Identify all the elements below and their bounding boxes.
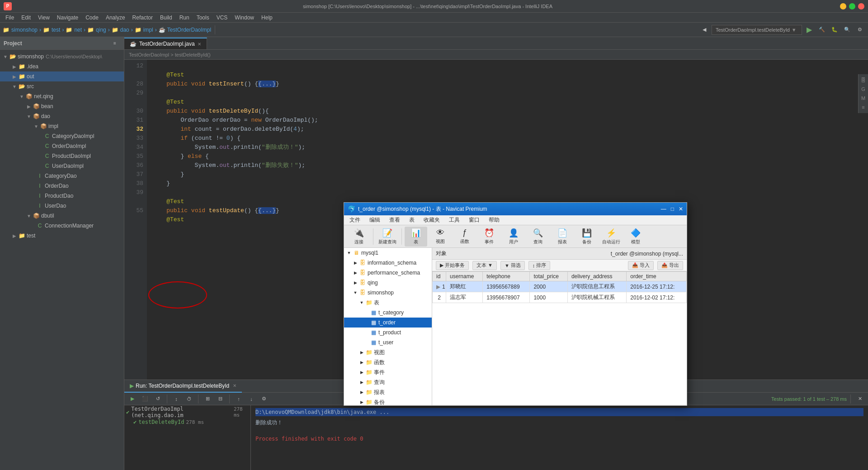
nav-menu-edit[interactable]: 编辑: [366, 215, 384, 225]
minimize-button[interactable]: [840, 3, 846, 9]
nav-connect-button[interactable]: 🔌 连接: [348, 227, 370, 247]
nav-tree-funcs[interactable]: ▶ 📁 函数: [344, 357, 432, 367]
tree-orderdao[interactable]: I OrderDao: [0, 181, 124, 191]
menu-edit[interactable]: Edit: [18, 14, 34, 22]
close-run-button[interactable]: ✕: [854, 394, 865, 404]
nav-menu-view[interactable]: 查看: [386, 215, 404, 225]
nav-backup-button[interactable]: 💾 备份: [576, 227, 598, 247]
tree-orderdaoimpl[interactable]: C OrderDaoImpl: [0, 141, 124, 151]
tree-src[interactable]: ▼ 📂 src: [0, 81, 124, 91]
expand-all-button[interactable]: ⊞: [202, 394, 213, 404]
back-button[interactable]: ◀: [699, 24, 710, 35]
menu-navigate[interactable]: Navigate: [53, 14, 82, 22]
nav-tree-torder[interactable]: ▦ t_order: [344, 318, 432, 328]
nav-tree-simonshop[interactable]: ▼ 🗄 simonshop: [344, 288, 432, 298]
event-log-button[interactable]: ≡: [859, 103, 868, 111]
database-button[interactable]: 🗄: [859, 76, 868, 84]
nav-user-button[interactable]: 👤 用户: [502, 227, 525, 247]
debug-button[interactable]: 🐛: [829, 24, 840, 35]
tab-close-button[interactable]: ✕: [198, 42, 201, 47]
nav-menu-favorites[interactable]: 收藏夹: [420, 215, 443, 225]
import-button[interactable]: 📥 导入: [628, 261, 654, 270]
table-row[interactable]: ▶1 郑晓红 13956567889 2000 沪职院信息工程系 2016-12…: [433, 281, 687, 292]
close-button[interactable]: [858, 3, 864, 9]
crumb-file[interactable]: TestOrderDaoImpl: [167, 27, 211, 33]
nav-event-button[interactable]: ⏰ 事件: [478, 227, 500, 247]
menu-build[interactable]: Build: [156, 14, 176, 22]
tree-test[interactable]: ▶ 📁 test: [0, 231, 124, 241]
editor-tab-main[interactable]: ☕ TestOrderDaoImpl.java ✕: [124, 38, 207, 49]
tree-idea[interactable]: ▶ 📁 .idea: [0, 62, 124, 71]
nav-model-button[interactable]: 🔷 模型: [624, 227, 647, 247]
tree-categorydaoimpl[interactable]: C CategoryDaoImpl: [0, 131, 124, 141]
nav-tree-tcategory[interactable]: ▦ t_category: [344, 308, 432, 318]
col-total-price[interactable]: total_price: [530, 272, 567, 281]
menu-analyze[interactable]: Analyze: [102, 14, 129, 22]
sidebar-menu-button[interactable]: ≡: [109, 39, 120, 48]
nav-newquery-button[interactable]: 📝 新建查询: [376, 227, 399, 247]
crumb-dao[interactable]: dao: [120, 27, 129, 33]
menu-code[interactable]: Code: [82, 14, 102, 22]
sort-dur-button[interactable]: ⏱: [184, 394, 194, 404]
tree-simonshop[interactable]: ▼ 📂 simonshop C:\Users\lenovo\Desktop\: [0, 52, 124, 62]
nav-autorun-button[interactable]: ⚡ 自动运行: [600, 227, 623, 247]
tree-productdaoimpl[interactable]: C ProductDaoImpl: [0, 151, 124, 161]
nav-tree-views[interactable]: ▶ 📁 视图: [344, 347, 432, 357]
tree-userdaoimpl[interactable]: C UserDaoImpl: [0, 161, 124, 171]
run-stop-button[interactable]: ⬛: [140, 394, 151, 404]
nav-tree-backups[interactable]: ▶ 📁 备份: [344, 397, 432, 405]
menu-window[interactable]: Window: [231, 14, 258, 22]
col-order-time[interactable]: order_time: [627, 272, 687, 281]
build-button[interactable]: 🔨: [816, 24, 827, 35]
rerun-button[interactable]: ▶: [127, 394, 138, 404]
nav-tree-mysql1[interactable]: ▼ 🖥 mysql1: [344, 248, 432, 258]
nav-tree-reports[interactable]: ▶ 📁 报表: [344, 387, 432, 397]
menu-vcs[interactable]: VCS: [213, 14, 231, 22]
sort-button[interactable]: ↕ 排序: [528, 261, 551, 270]
crumb-test[interactable]: test: [52, 27, 60, 33]
run-tree-method[interactable]: ✔ testDeleteById 278 ms: [124, 417, 250, 427]
next-fail-button[interactable]: ↓: [246, 394, 257, 404]
begin-transaction-button[interactable]: ▶ 开始事务: [436, 261, 469, 270]
nav-view-button[interactable]: 👁 视图: [429, 227, 452, 247]
nav-menu-window[interactable]: 窗口: [465, 215, 483, 225]
nav-objects-label[interactable]: 对象: [436, 250, 447, 257]
crumb-qing[interactable]: qing: [96, 27, 106, 33]
nav-menu-tools[interactable]: 工具: [445, 215, 463, 225]
run-button[interactable]: ▶: [804, 24, 815, 35]
sort-alpha-button[interactable]: ↕: [171, 394, 182, 404]
navicat-minimize[interactable]: —: [661, 206, 666, 212]
gradle-button[interactable]: G: [859, 85, 868, 93]
nav-query-btn[interactable]: 🔍 查询: [527, 227, 549, 247]
nav-tree-qing[interactable]: ▶ 🗄 qing: [344, 278, 432, 288]
run-tab-main[interactable]: ▶ Run: TestOrderDaoImpl.testDeleteById ✕: [124, 380, 242, 393]
text-view-button[interactable]: 文本 ▼: [472, 261, 497, 270]
collapse-all-button[interactable]: ⊟: [215, 394, 226, 404]
tree-connectionmanager[interactable]: C ConnectionManager: [0, 221, 124, 231]
tree-dao[interactable]: ▼ 📦 dao: [0, 111, 124, 121]
col-id[interactable]: id: [433, 272, 446, 281]
menu-help[interactable]: Help: [258, 14, 276, 22]
nav-tree-queries[interactable]: ▶ 📁 查询: [344, 377, 432, 387]
tree-out[interactable]: ▶ 📁 out: [0, 71, 124, 81]
nav-tree-events[interactable]: ▶ 📁 事件: [344, 367, 432, 377]
run-restart-button[interactable]: ↺: [152, 394, 163, 404]
col-username[interactable]: username: [446, 272, 483, 281]
export-button[interactable]: 📤 导出: [657, 261, 683, 270]
nav-table-button[interactable]: 📊 表: [405, 227, 427, 247]
menu-file[interactable]: File: [2, 14, 18, 22]
menu-view[interactable]: View: [34, 14, 53, 22]
tree-bean[interactable]: ▶ 📦 bean: [0, 101, 124, 111]
nav-tree-tables[interactable]: ▼ 📁 表: [344, 298, 432, 308]
menu-refactor[interactable]: Refactor: [129, 14, 156, 22]
table-row[interactable]: 2 温志军 13956678907 1000 沪职院机械工程系 2016-12-…: [433, 292, 687, 303]
run-config-selector[interactable]: TestOrderDaoImpl.testDeleteById ▼: [712, 25, 802, 35]
crumb-net[interactable]: net: [74, 27, 82, 33]
nav-func-button[interactable]: ƒ 函数: [453, 227, 476, 247]
settings-button[interactable]: ⚙: [854, 24, 865, 35]
prev-fail-button[interactable]: ↑: [233, 394, 244, 404]
nav-tree-tproduct[interactable]: ▦ t_product: [344, 328, 432, 337]
tree-userdao[interactable]: I UserDao: [0, 201, 124, 211]
run-tab-close[interactable]: ✕: [233, 383, 236, 388]
menu-tools[interactable]: Tools: [193, 14, 213, 22]
